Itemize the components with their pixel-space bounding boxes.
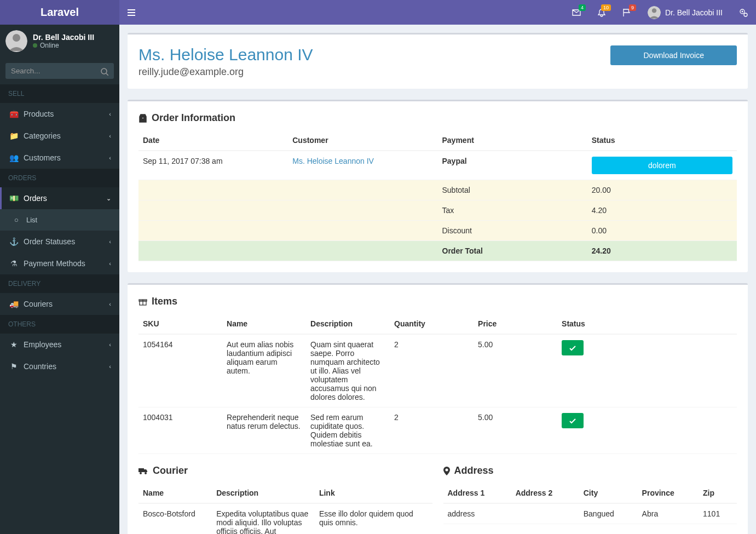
col-date: Date — [138, 130, 288, 151]
customer-name-link[interactable]: Ms. Heloise Leannon IV — [138, 45, 313, 64]
avatar-icon — [648, 6, 661, 19]
sidebar-item-couriers[interactable]: 🚚Couriers‹ — [0, 293, 119, 315]
sidebar-item-orders-list[interactable]: ○List — [0, 209, 119, 231]
main-content: Ms. Heloise Leannon IV reilly.jude@examp… — [119, 25, 756, 534]
svg-line-6 — [106, 73, 108, 76]
svg-point-12 — [445, 468, 448, 471]
col-status: Status — [587, 130, 737, 151]
messages-button[interactable]: 9 — [614, 2, 639, 23]
chevron-left-icon: ‹ — [109, 111, 111, 117]
table-row: Bosco-Botsford Expedita voluptatibus qua… — [138, 503, 432, 534]
sidebar-item-customers[interactable]: 👥Customers‹ — [0, 147, 119, 169]
col-payment: Payment — [438, 130, 587, 151]
table-row: address Bangued Abra 1101 — [443, 503, 737, 524]
sidebar: Dr. Bell Jacobi III Online SELL 🧰Product… — [0, 25, 119, 534]
customer-email: reilly.jude@example.org — [138, 66, 313, 78]
truck-icon — [138, 467, 148, 475]
chevron-left-icon: ‹ — [109, 133, 111, 139]
hamburger-icon — [128, 9, 135, 16]
user-menu-button[interactable]: Dr. Bell Jacobi III — [639, 6, 731, 19]
status-check-badge — [562, 413, 584, 428]
briefcase-icon: 🧰 — [8, 110, 19, 118]
anchor-icon: ⚓ — [8, 237, 19, 246]
check-icon — [569, 346, 576, 351]
star-icon: ★ — [8, 340, 19, 349]
chevron-left-icon: ‹ — [109, 154, 111, 161]
sidebar-item-orders[interactable]: 💵Orders⌄ — [0, 187, 119, 209]
search-input[interactable] — [5, 63, 114, 79]
brand-logo[interactable]: Laravel — [0, 0, 119, 25]
truck-icon: 🚚 — [8, 300, 19, 308]
status-badge: dolorem — [592, 157, 732, 174]
svg-point-4 — [744, 13, 747, 16]
sidebar-header-sell: SELL — [0, 84, 119, 103]
table-row: Sep 11, 2017 07:38 am Ms. Heloise Leanno… — [138, 151, 737, 180]
sidebar-toggle-button[interactable] — [119, 8, 143, 18]
table-row: 1004031 Reprehenderit neque natus rerum … — [138, 407, 737, 454]
user-panel: Dr. Bell Jacobi III Online — [0, 25, 119, 58]
table-row: Order Total24.20 — [138, 241, 737, 261]
svg-point-10 — [140, 472, 142, 474]
sidebar-header-orders: ORDERS — [0, 169, 119, 187]
mail-button[interactable]: 4 — [564, 2, 589, 23]
chevron-down-icon: ⌄ — [106, 195, 111, 202]
download-invoice-button[interactable]: Download Invoice — [610, 45, 737, 65]
address-title: Address — [443, 465, 737, 476]
settings-button[interactable] — [731, 2, 756, 23]
items-title: Items — [138, 296, 737, 307]
table-row: 1054164 Aut eum alias nobis laudantium a… — [138, 334, 737, 407]
status-check-badge — [562, 340, 584, 355]
address-table: Address 1 Address 2 City Province Zip ad… — [443, 483, 737, 524]
order-info-table: Date Customer Payment Status Sep 11, 201… — [138, 130, 737, 261]
sidebar-item-order-statuses[interactable]: ⚓Order Statuses‹ — [0, 231, 119, 252]
courier-table: Name Description Link Bosco-Botsford Exp… — [138, 483, 432, 534]
money-icon: 💵 — [8, 194, 19, 203]
notifications-button[interactable]: 10 — [589, 2, 614, 23]
svg-point-11 — [145, 472, 147, 474]
table-row: Tax4.20 — [138, 200, 737, 221]
sidebar-user-name: Dr. Bell Jacobi III — [33, 33, 94, 42]
sidebar-header-others: OTHERS — [0, 315, 119, 334]
circle-icon: ○ — [11, 216, 22, 224]
sidebar-item-employees[interactable]: ★Employees‹ — [0, 334, 119, 355]
flag-icon: ⚑ — [8, 362, 19, 371]
avatar-icon — [5, 30, 27, 52]
comment-badge: 9 — [629, 4, 636, 11]
chevron-left-icon: ‹ — [109, 238, 111, 245]
mail-badge: 4 — [579, 4, 586, 11]
sidebar-user-status: Online — [33, 42, 94, 49]
flask-icon: ⚗ — [8, 259, 19, 268]
chevron-left-icon: ‹ — [109, 341, 111, 348]
chevron-left-icon: ‹ — [109, 301, 111, 307]
chevron-left-icon: ‹ — [109, 260, 111, 267]
table-row: Subtotal20.00 — [138, 180, 737, 200]
order-info-title: Order Information — [138, 112, 737, 124]
search-button[interactable] — [101, 67, 108, 76]
sidebar-item-countries[interactable]: ⚑Countries‹ — [0, 355, 119, 377]
table-row: Discount0.00 — [138, 221, 737, 241]
users-icon: 👥 — [8, 153, 19, 162]
sidebar-item-products[interactable]: 🧰Products‹ — [0, 103, 119, 125]
sidebar-header-delivery: DELIVERY — [0, 274, 119, 293]
items-table: SKU Name Description Quantity Price Stat… — [138, 314, 737, 454]
chevron-left-icon: ‹ — [109, 363, 111, 370]
sidebar-item-categories[interactable]: 📁Categories‹ — [0, 125, 119, 147]
sidebar-item-payment-methods[interactable]: ⚗Payment Methods‹ — [0, 252, 119, 274]
check-icon — [569, 418, 576, 424]
gears-icon — [739, 8, 748, 17]
svg-point-5 — [101, 68, 107, 74]
map-marker-icon — [443, 467, 450, 475]
svg-point-3 — [742, 11, 743, 13]
top-header: Laravel 4 10 9 Dr. Bell Jacobi III — [0, 0, 756, 25]
folder-icon: 📁 — [8, 131, 19, 140]
customer-link[interactable]: Ms. Heloise Leannon IV — [292, 157, 374, 165]
search-icon — [101, 68, 108, 76]
header-user-name: Dr. Bell Jacobi III — [665, 8, 723, 17]
col-customer: Customer — [288, 130, 437, 151]
shopping-bag-icon — [138, 114, 147, 123]
bell-badge: 10 — [601, 4, 611, 11]
gift-icon — [138, 297, 147, 306]
courier-title: Courier — [138, 465, 432, 476]
